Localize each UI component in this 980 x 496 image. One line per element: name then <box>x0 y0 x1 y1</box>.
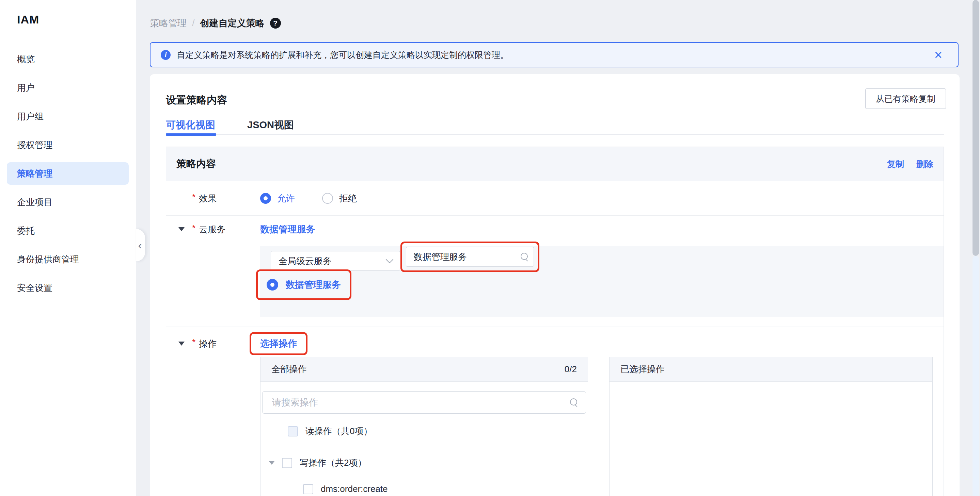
radio-deny-label[interactable]: 拒绝 <box>339 193 357 204</box>
sidebar-item-security-settings[interactable]: 安全设置 <box>0 274 136 302</box>
action-row-top: * 操作 选择操作 <box>166 332 943 355</box>
collapse-chevron-icon: ‹ <box>138 240 142 251</box>
sidebar-item-label: 企业项目 <box>17 196 52 208</box>
sidebar-collapse-button[interactable]: ‹ <box>136 229 145 261</box>
service-search-input[interactable] <box>406 247 534 267</box>
scrollbar-track[interactable] <box>972 256 979 496</box>
sidebar-item-authorization[interactable]: 授权管理 <box>0 131 136 159</box>
checkbox-read-group[interactable] <box>288 426 298 436</box>
radio-selected-icon[interactable] <box>267 279 278 290</box>
sidebar-item-identity-providers[interactable]: 身份提供商管理 <box>0 245 136 274</box>
breadcrumb: 策略管理 / 创建自定义策略 ? <box>150 17 281 29</box>
service-scope-value: 全局级云服务 <box>278 255 332 267</box>
search-icon <box>570 398 577 406</box>
action-label: 操作 <box>199 338 216 350</box>
radio-deny[interactable]: 拒绝 <box>322 193 357 204</box>
tab-underline-track <box>166 134 944 135</box>
cloud-service-label-group: * 云服务 <box>166 223 260 235</box>
service-scope-select[interactable]: 全局级云服务 <box>271 251 400 271</box>
selected-actions-header: 已选择操作 <box>609 357 932 382</box>
scrollbar-thumb[interactable] <box>972 0 979 256</box>
sidebar-item-overview[interactable]: 概览 <box>0 45 136 73</box>
cloud-service-row-top: * 云服务 数据管理服务 <box>166 222 943 236</box>
action-row: * 操作 选择操作 全部操作 0/2 <box>166 326 943 496</box>
sidebar-item-label: 概览 <box>17 54 35 65</box>
selected-service-link[interactable]: 数据管理服务 <box>260 223 315 235</box>
sidebar-item-enterprise-projects[interactable]: 企业项目 <box>0 188 136 216</box>
tree-item-dms-order-create[interactable]: dms:order:create <box>261 484 588 494</box>
help-icon[interactable]: ? <box>270 18 281 29</box>
effect-radio-group: 允许 拒绝 <box>260 193 357 204</box>
effect-label: 效果 <box>199 193 216 204</box>
app-title: IAM <box>17 13 39 26</box>
sidebar-item-label: 安全设置 <box>17 282 52 294</box>
required-mark: * <box>192 223 196 233</box>
active-tab-indicator <box>166 133 216 136</box>
action-label-group: * 操作 <box>166 338 260 350</box>
view-tabs: 可视化视图 JSON视图 <box>166 119 294 131</box>
all-actions-header: 全部操作 0/2 <box>261 357 588 382</box>
tree-group-write[interactable]: 写操作（共2项） <box>261 457 588 469</box>
tree-group-read[interactable]: 读操作（共0项） <box>261 425 588 437</box>
copy-policy-link[interactable]: 复制 <box>887 158 904 170</box>
highlight-box-service-search <box>401 241 539 272</box>
radio-allow-label[interactable]: 允许 <box>277 193 295 204</box>
sidebar-item-agencies[interactable]: 委托 <box>0 216 136 245</box>
selected-actions-panel: 已选择操作 <box>609 357 933 496</box>
delete-policy-link[interactable]: 删除 <box>916 158 933 170</box>
breadcrumb-parent[interactable]: 策略管理 <box>150 17 186 29</box>
select-action-link[interactable]: 选择操作 <box>260 338 297 349</box>
breadcrumb-separator: / <box>192 18 195 29</box>
iam-create-custom-policy-page: IAM 概览 用户 用户组 授权管理 策略管理 企业项目 委托 身份提供商管理 … <box>0 0 980 496</box>
sidebar-item-label: 委托 <box>17 225 35 237</box>
all-actions-title: 全部操作 <box>271 363 307 375</box>
tree-group-label[interactable]: 写操作（共2项） <box>300 457 366 469</box>
service-search <box>406 247 534 267</box>
sidebar-item-label: 用户 <box>17 82 35 94</box>
info-banner: i 自定义策略是对系统策略的扩展和补充，您可以创建自定义策略以实现定制的权限管理… <box>150 42 959 67</box>
action-transfer-panels: 全部操作 0/2 读操作（共0项） <box>260 357 943 496</box>
sidebar-item-label: 用户组 <box>17 111 44 122</box>
highlight-box-select-action: 选择操作 <box>250 332 307 355</box>
sidebar-item-policies[interactable]: 策略管理 <box>7 162 129 185</box>
sidebar-nav: 概览 用户 用户组 授权管理 策略管理 企业项目 委托 身份提供商管理 安全设置 <box>0 45 136 302</box>
collapse-triangle-icon[interactable] <box>178 342 185 345</box>
tree-group-label[interactable]: 读操作（共0项） <box>305 425 372 437</box>
sidebar-item-label: 授权管理 <box>17 139 52 151</box>
sidebar: IAM 概览 用户 用户组 授权管理 策略管理 企业项目 委托 身份提供商管理 … <box>0 0 136 496</box>
selection-count: 0/2 <box>565 364 577 374</box>
action-search-input[interactable] <box>262 391 586 414</box>
cloud-service-row: * 云服务 数据管理服务 全局级云服务 <box>166 216 943 326</box>
radio-allow[interactable]: 允许 <box>260 193 295 204</box>
sidebar-item-user-groups[interactable]: 用户组 <box>0 102 136 131</box>
tree-item-label[interactable]: dms:order:create <box>321 484 388 494</box>
close-icon[interactable]: × <box>934 48 942 62</box>
selected-actions-title: 已选择操作 <box>620 363 665 375</box>
checkbox-dms-order-create[interactable] <box>303 484 313 494</box>
search-icon <box>521 253 528 260</box>
sidebar-item-users[interactable]: 用户 <box>0 73 136 102</box>
tree-expand-icon[interactable] <box>269 461 274 465</box>
policy-box-header: 策略内容 复制 删除 <box>166 147 943 181</box>
policy-header-actions: 复制 删除 <box>887 158 933 170</box>
action-search <box>262 391 586 414</box>
copy-from-existing-policy-button[interactable]: 从已有策略复制 <box>865 89 946 109</box>
checkbox-write-group[interactable] <box>282 458 292 468</box>
radio-selected-icon[interactable] <box>260 193 271 204</box>
sidebar-item-label: 身份提供商管理 <box>17 254 79 265</box>
policy-box-title: 策略内容 <box>177 157 216 171</box>
service-option-label[interactable]: 数据管理服务 <box>286 279 341 291</box>
highlight-box-service-option: 数据管理服务 <box>256 269 352 300</box>
effect-label-group: * 效果 <box>166 193 260 204</box>
collapse-triangle-icon[interactable] <box>178 227 185 231</box>
policy-content-box: 策略内容 复制 删除 * 效果 允许 <box>166 147 944 496</box>
service-picker-panel: 全局级云服务 数据管理服务 <box>260 246 943 317</box>
radio-unselected-icon[interactable] <box>322 193 333 204</box>
tab-json-view[interactable]: JSON视图 <box>247 119 294 131</box>
page-title: 创建自定义策略 <box>200 17 264 29</box>
sidebar-divider <box>17 39 129 39</box>
tab-visual-view[interactable]: 可视化视图 <box>166 119 215 131</box>
chevron-down-icon <box>386 255 394 263</box>
info-icon: i <box>161 50 170 60</box>
policy-content-card: 设置策略内容 从已有策略复制 可视化视图 JSON视图 策略内容 复制 删除 <box>150 74 959 496</box>
